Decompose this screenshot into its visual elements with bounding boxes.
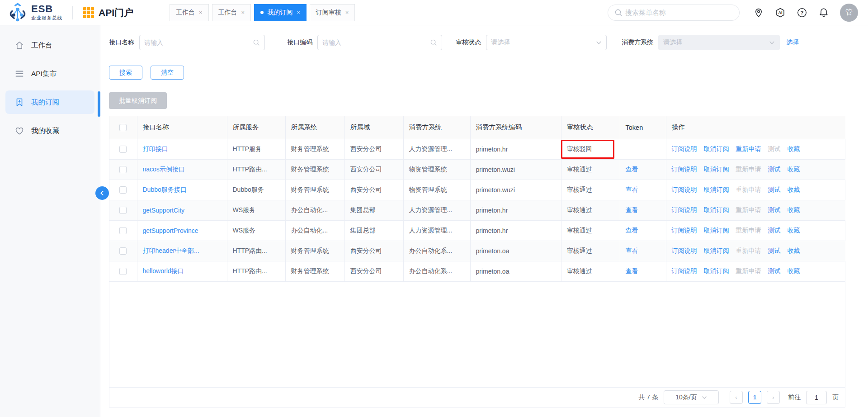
consumer-system-select[interactable]: 请选择 xyxy=(658,35,780,50)
action-link[interactable]: 重新申请 xyxy=(736,145,761,152)
token-view-link[interactable]: 查看 xyxy=(626,247,638,254)
interface-name-link[interactable]: getSupportProvince xyxy=(143,227,198,234)
action-link[interactable]: 订阅说明 xyxy=(672,206,697,213)
search-button[interactable]: 搜索 xyxy=(109,66,142,80)
sidebar-item-label: API集市 xyxy=(31,69,57,79)
tab-close-icon[interactable]: × xyxy=(297,9,300,15)
goto-page-input[interactable] xyxy=(806,391,827,404)
tab-3[interactable]: 我的订阅× xyxy=(254,4,307,21)
action-link[interactable]: 取消订阅 xyxy=(704,247,729,254)
action-link[interactable]: 收藏 xyxy=(788,186,800,193)
action-link[interactable]: 收藏 xyxy=(788,206,800,213)
location-icon[interactable] xyxy=(753,7,764,18)
action-link[interactable]: 收藏 xyxy=(788,227,800,234)
token-view-link[interactable]: 查看 xyxy=(626,267,638,275)
bell-icon[interactable] xyxy=(818,7,829,18)
cell-consumer: 物资管理系统 xyxy=(403,180,470,200)
audit-status-text: 审核通过 xyxy=(567,206,592,213)
action-link[interactable]: 测试 xyxy=(768,227,781,234)
action-link[interactable]: 测试 xyxy=(768,267,781,275)
action-link[interactable]: 订阅说明 xyxy=(672,166,697,173)
sidebar-item-workbench[interactable]: 工作台 xyxy=(5,33,94,57)
page-1-button[interactable]: 1 xyxy=(748,391,761,404)
interface-name-field[interactable] xyxy=(139,35,265,50)
tab-1[interactable]: 工作台× xyxy=(170,4,209,21)
action-link[interactable]: 测试 xyxy=(768,247,781,254)
interface-name-link[interactable]: helloworld接口 xyxy=(143,267,184,275)
action-link[interactable]: 订阅说明 xyxy=(672,145,697,152)
token-view-link[interactable]: 查看 xyxy=(626,206,638,213)
row-checkbox[interactable] xyxy=(119,247,127,255)
batch-unsubscribe-button[interactable]: 批量取消订阅 xyxy=(109,92,167,109)
action-link[interactable]: 订阅说明 xyxy=(672,267,697,275)
cell-service: HTTP路由... xyxy=(227,261,285,281)
action-link[interactable]: 收藏 xyxy=(788,267,800,275)
row-checkbox[interactable] xyxy=(119,146,127,153)
interface-name-link[interactable]: nacos示例接口 xyxy=(143,166,185,173)
interface-name-link[interactable]: getSupportCity xyxy=(143,207,185,214)
action-link[interactable]: 测试 xyxy=(768,186,781,193)
action-link[interactable]: 测试 xyxy=(768,206,781,213)
tab-close-icon[interactable]: × xyxy=(241,9,245,15)
cell-operations: 订阅说明取消订阅重新申请测试收藏 xyxy=(666,180,845,200)
action-link[interactable]: 取消订阅 xyxy=(704,206,729,213)
tab-close-icon[interactable]: × xyxy=(345,9,349,15)
interface-name-link[interactable]: Dubbo服务接口 xyxy=(143,186,187,193)
user-avatar[interactable]: 管 xyxy=(840,4,858,22)
col-audit-status: 审核状态 xyxy=(561,116,620,139)
interface-code-field[interactable] xyxy=(317,35,442,50)
action-link[interactable]: 取消订阅 xyxy=(704,267,729,275)
filter-buttons: 搜索 清空 xyxy=(109,66,846,80)
page-size-select[interactable]: 10条/页 xyxy=(664,390,719,404)
action-link[interactable]: 取消订阅 xyxy=(704,227,729,234)
action-link[interactable]: 订阅说明 xyxy=(672,247,697,254)
next-page-button[interactable]: › xyxy=(767,391,780,404)
action-link[interactable]: 收藏 xyxy=(788,145,800,152)
sidebar-collapse-button[interactable] xyxy=(95,186,109,200)
main-content: 接口名称 接口编码 xyxy=(100,25,868,417)
select-all-checkbox[interactable] xyxy=(119,124,127,131)
clear-button[interactable]: 清空 xyxy=(151,66,184,80)
sidebar-item-label: 我的订阅 xyxy=(31,98,59,107)
action-link[interactable]: 取消订阅 xyxy=(704,166,729,173)
row-checkbox[interactable] xyxy=(119,227,127,234)
action-link[interactable]: 取消订阅 xyxy=(704,186,729,193)
row-checkbox[interactable] xyxy=(119,268,127,275)
prev-page-button[interactable]: ‹ xyxy=(730,391,743,404)
logo-subtitle: 企业服务总线 xyxy=(31,15,62,21)
interface-name-link[interactable]: 打印接口 xyxy=(143,145,168,152)
interface-name-link[interactable]: 打印header中全部... xyxy=(143,247,199,254)
action-link[interactable]: 收藏 xyxy=(788,247,800,254)
token-view-link[interactable]: 查看 xyxy=(626,227,638,234)
filter-bar: 接口名称 接口编码 xyxy=(109,35,846,50)
page-size-value: 10条/页 xyxy=(675,393,697,402)
row-checkbox[interactable] xyxy=(119,166,127,173)
row-checkbox[interactable] xyxy=(119,186,127,194)
esb-logo: ESB 企业服务总线 xyxy=(8,3,62,23)
ai-assistant-icon[interactable]: AI xyxy=(775,7,786,18)
action-link[interactable]: 取消订阅 xyxy=(704,145,729,152)
action-link[interactable]: 订阅说明 xyxy=(672,227,697,234)
sidebar-item-my-subscriptions[interactable]: 我的订阅 xyxy=(5,90,94,114)
action-link[interactable]: 测试 xyxy=(768,166,781,173)
menu-search-box[interactable] xyxy=(608,5,740,21)
help-icon[interactable]: ? xyxy=(797,7,807,18)
audit-status-select[interactable]: 请选择 xyxy=(486,35,607,50)
audit-status-label: 审核状态 xyxy=(456,38,481,47)
token-view-link[interactable]: 查看 xyxy=(626,166,638,173)
menu-search-input[interactable] xyxy=(625,9,733,16)
action-link[interactable]: 订阅说明 xyxy=(672,186,697,193)
sidebar-item-api-market[interactable]: API集市 xyxy=(5,62,94,85)
tab-close-icon[interactable]: × xyxy=(199,9,203,15)
tab-2[interactable]: 工作台× xyxy=(212,4,251,21)
sidebar-item-my-favorites[interactable]: 我的收藏 xyxy=(5,119,94,142)
tab-4[interactable]: 订阅审核× xyxy=(310,4,355,21)
bookmark-plus-icon xyxy=(14,97,24,107)
interface-name-input[interactable] xyxy=(144,39,250,46)
subscriptions-table: 接口名称 所属服务 所属系统 所属域 消费方系统 消费方系统编码 审核状态 To… xyxy=(109,116,845,282)
interface-code-input[interactable] xyxy=(322,39,427,46)
token-view-link[interactable]: 查看 xyxy=(626,186,638,193)
row-checkbox[interactable] xyxy=(119,207,127,214)
consumer-system-choose-link[interactable]: 选择 xyxy=(786,38,799,47)
action-link[interactable]: 收藏 xyxy=(788,166,800,173)
